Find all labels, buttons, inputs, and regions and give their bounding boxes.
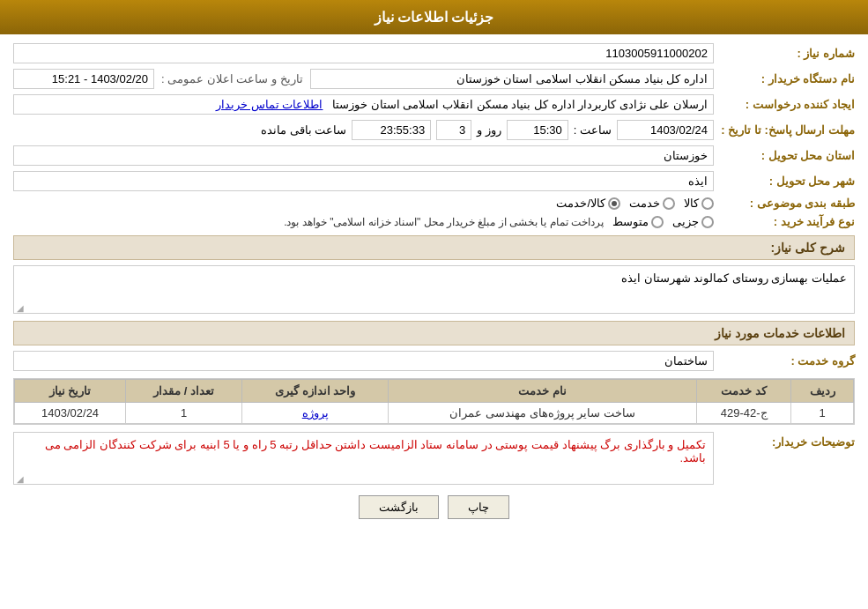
- province-value: خوزستان: [13, 145, 714, 166]
- resize-handle: ◢: [15, 303, 24, 312]
- reply-date: 1403/02/24: [617, 120, 714, 140]
- reply-remaining: 23:55:33: [352, 120, 431, 140]
- notes-resize-handle: ◢: [15, 474, 24, 483]
- purchase-jozi-radio[interactable]: [701, 216, 714, 228]
- col-unit: واحد اندازه گیری: [242, 380, 389, 403]
- category-kala-khedmat-radio[interactable]: [608, 197, 620, 210]
- announce-label: تاریخ و ساعت اعلان عمومی :: [161, 72, 303, 85]
- reply-deadline-label: مهلت ارسال پاسخ: تا تاریخ :: [714, 123, 855, 137]
- buyer-org-label: نام دستگاه خریدار :: [714, 72, 855, 85]
- category-khedmat-radio[interactable]: [663, 197, 675, 210]
- reply-time-label: ساعت :: [574, 123, 612, 137]
- category-kala-radio[interactable]: [701, 197, 714, 210]
- category-label: طبقه بندی موضوعی :: [714, 197, 855, 210]
- purchase-type-label: نوع فرآیند خرید :: [714, 215, 855, 228]
- buyer-org-value: اداره کل بنیاد مسکن انقلاب اسلامی استان …: [310, 69, 714, 89]
- announce-value: 1403/02/20 - 15:21: [13, 69, 154, 89]
- purchase-jozi: جزیی: [672, 215, 714, 228]
- col-service-name: نام خدمت: [389, 380, 697, 403]
- category-options: کالا خدمت کالا/خدمت: [13, 197, 714, 210]
- col-row-num: ردیف: [791, 380, 854, 403]
- cell-date: 1403/02/24: [15, 403, 126, 424]
- purchase-type-row: نوع فرآیند خرید : جزیی متوسط پرداخت تمام…: [13, 215, 855, 228]
- back-button[interactable]: بازگشت: [359, 495, 439, 519]
- service-info-label: اطلاعات خدمات مورد نیاز: [715, 326, 845, 340]
- col-quantity: تعداد / مقدار: [126, 380, 242, 403]
- category-kala-khedmat: کالا/خدمت: [556, 197, 620, 210]
- need-number-value: 1103005911000202: [13, 43, 714, 63]
- city-label: شهر محل تحویل :: [714, 175, 855, 188]
- purchase-motavasset-radio[interactable]: [651, 216, 664, 228]
- need-desc-value: عملیات بهسازی روستای کمالوند شهرستان ایذ…: [13, 265, 855, 314]
- city-row: شهر محل تحویل : ایذه: [13, 171, 855, 191]
- buyer-notes-label: توضیحات خریدار:: [714, 432, 855, 449]
- col-date: تاریخ نیاز: [15, 380, 126, 403]
- cell-quantity: 1: [126, 403, 242, 424]
- buyer-org-row: نام دستگاه خریدار : اداره کل بنیاد مسکن …: [13, 69, 855, 89]
- city-value: ایذه: [13, 171, 714, 191]
- creator-row: ایجاد کننده درخواست : ارسلان علی نژادی ک…: [13, 94, 855, 115]
- cell-service-code: ج-42-429: [696, 403, 790, 424]
- service-group-value: ساختمان: [13, 351, 714, 371]
- services-table: ردیف کد خدمت نام خدمت واحد اندازه گیری ت…: [13, 378, 855, 425]
- page-title: جزئیات اطلاعات نیاز: [375, 10, 494, 25]
- category-row: طبقه بندی موضوعی : کالا خدمت کالا/خدمت: [13, 197, 855, 210]
- need-desc-label: شرح کلی نیاز:: [771, 241, 845, 255]
- category-kala: کالا: [684, 197, 714, 210]
- page-header: جزئیات اطلاعات نیاز: [0, 0, 868, 34]
- cell-row-num: 1: [791, 403, 854, 424]
- print-button[interactable]: چاپ: [448, 495, 509, 519]
- need-number-label: شماره نیاز :: [714, 47, 855, 60]
- need-desc-section: شرح کلی نیاز:: [13, 235, 855, 260]
- action-buttons: چاپ بازگشت: [13, 495, 855, 519]
- service-group-row: گروه خدمت : ساختمان: [13, 351, 855, 371]
- purchase-extra: پرداخت تمام یا بخشی از مبلغ خریدار محل "…: [284, 216, 604, 228]
- creator-label: ایجاد کننده درخواست :: [714, 98, 855, 111]
- cell-service-name: ساخت سایر پروژه‌های مهندسی عمران: [389, 403, 697, 424]
- buyer-notes-value: تکمیل و بارگذاری برگ پیشنهاد قیمت پوستی …: [13, 432, 714, 485]
- reply-time: 15:30: [507, 120, 568, 140]
- service-info-section: اطلاعات خدمات مورد نیاز: [13, 321, 855, 345]
- need-number-row: شماره نیاز : 1103005911000202: [13, 43, 855, 63]
- creator-link[interactable]: اطلاعات تماس خریدار: [216, 98, 323, 111]
- reply-days: 3: [436, 120, 471, 140]
- buyer-notes-row: توضیحات خریدار: تکمیل و بارگذاری برگ پیش…: [13, 432, 855, 485]
- province-row: استان محل تحویل : خوزستان: [13, 145, 855, 166]
- cell-unit[interactable]: پروژه: [242, 403, 389, 424]
- reply-remaining-label: ساعت باقی مانده: [261, 123, 346, 137]
- service-group-label: گروه خدمت :: [714, 354, 855, 368]
- creator-value: ارسلان علی نژادی کاربردار اداره کل بنیاد…: [13, 94, 714, 115]
- table-row: 1 ج-42-429 ساخت سایر پروژه‌های مهندسی عم…: [15, 403, 854, 424]
- reply-deadline-row: مهلت ارسال پاسخ: تا تاریخ : 1403/02/24 س…: [13, 120, 855, 140]
- purchase-motavasset: متوسط: [612, 215, 664, 228]
- col-service-code: کد خدمت: [696, 380, 790, 403]
- reply-day-label: روز و: [477, 123, 501, 137]
- province-label: استان محل تحویل :: [714, 149, 855, 162]
- purchase-type-options: جزیی متوسط پرداخت تمام یا بخشی از مبلغ خ…: [13, 215, 714, 228]
- category-khedmat: خدمت: [629, 197, 675, 210]
